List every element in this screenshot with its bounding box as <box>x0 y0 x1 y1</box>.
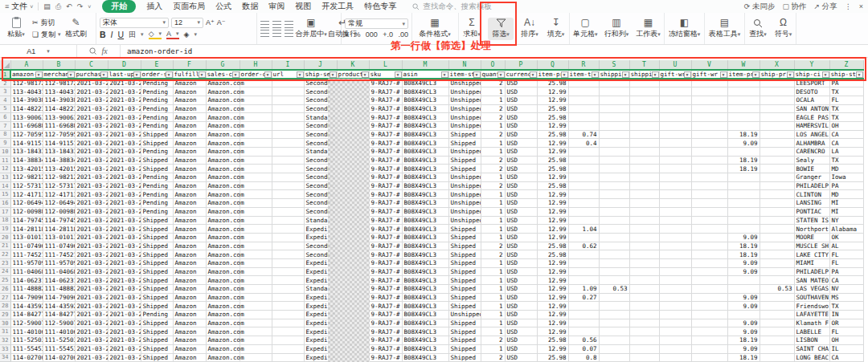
cell-P21[interactable]: USD <box>505 242 537 250</box>
cell-X21[interactable] <box>760 242 794 250</box>
cell-Z27[interactable]: MS <box>829 293 863 302</box>
cell-N18[interactable]: Unshipped <box>448 216 481 225</box>
cell-P11[interactable]: USD <box>505 156 537 165</box>
cell-Y4[interactable]: OCALA <box>794 96 829 104</box>
row-header-25[interactable]: 25 <box>0 276 10 285</box>
cell-A23[interactable]: 111-95709 <box>10 258 43 267</box>
cell-O22[interactable]: 2 <box>481 250 505 259</box>
row-header-22[interactable]: 22 <box>0 250 10 259</box>
cell-S26[interactable]: 0.53 <box>599 285 629 294</box>
cell-B18[interactable]: 114-79745 <box>43 216 75 225</box>
cell-O34[interactable]: 2 <box>481 353 505 362</box>
cell-E18[interactable]: Shipped <box>141 216 173 225</box>
cell-U31[interactable] <box>659 327 691 336</box>
cell-F22[interactable]: Amazon <box>173 250 206 259</box>
cell-H3[interactable] <box>240 87 272 96</box>
cell-F21[interactable]: Amazon <box>173 242 206 250</box>
cell-P29[interactable]: USD <box>505 311 537 319</box>
cell-F3[interactable]: Amazon <box>173 87 206 96</box>
cell-E9[interactable]: Shipped <box>141 139 173 148</box>
cut-button[interactable]: ✂剪切 <box>32 18 61 28</box>
cell-A25[interactable]: 114-06231 <box>10 276 43 285</box>
cell-D31[interactable]: 2021-03-2 <box>108 327 141 336</box>
cell-B24[interactable]: 111-04068 <box>43 267 75 276</box>
cell-C34[interactable]: 2021-03-2 <box>75 353 108 362</box>
cell-U9[interactable] <box>659 139 691 148</box>
cell-L21[interactable]: 9-RAJ7-# <box>369 242 402 250</box>
cell-R4[interactable] <box>568 96 599 104</box>
cell-U21[interactable] <box>659 242 691 250</box>
cell-Z3[interactable]: TX <box>829 87 863 96</box>
cell-H6[interactable] <box>240 113 272 122</box>
cell-E6[interactable]: Pending <box>141 113 173 122</box>
row-header-14[interactable]: 14 <box>0 181 10 190</box>
cell-V34[interactable] <box>691 353 727 362</box>
align-top-icon[interactable] <box>260 21 269 28</box>
cell-L20[interactable]: 9-RAJ7-# <box>369 233 402 242</box>
cell-S7[interactable] <box>599 121 629 130</box>
cell-G18[interactable]: Amazon.com <box>206 216 240 225</box>
cell-B31[interactable]: 111-40106 <box>43 327 75 336</box>
cell-G3[interactable]: Amazon.com <box>206 87 240 96</box>
cell-B34[interactable]: 114-02700 <box>43 353 75 362</box>
cell-T21[interactable] <box>629 242 659 250</box>
merge-center-button[interactable]: ▣ 合并居中▾ <box>297 18 326 39</box>
cell-F32[interactable]: Amazon <box>173 336 206 345</box>
cell-X11[interactable] <box>760 156 794 165</box>
cell-A8[interactable]: 112-70595 <box>10 130 43 139</box>
cell-L7[interactable]: 9-RAJ7-# <box>369 121 402 130</box>
align-right-icon[interactable] <box>285 30 293 37</box>
cell-W31[interactable]: 9.09 <box>727 327 760 336</box>
row-header-24[interactable]: 24 <box>0 267 10 276</box>
currency-format-button[interactable]: ¥ <box>345 31 349 39</box>
cell-N17[interactable]: Unshipped <box>448 207 481 216</box>
cell-H16[interactable] <box>240 199 272 208</box>
cell-V33[interactable] <box>691 344 727 353</box>
cell-R14[interactable] <box>568 181 599 190</box>
tab-review[interactable]: 审阅 <box>268 1 285 12</box>
cell-P33[interactable]: USD <box>505 344 537 353</box>
row-header-26[interactable]: 26 <box>0 285 10 294</box>
cell-R24[interactable] <box>568 267 599 276</box>
cell-L27[interactable]: 9-RAJ7-# <box>369 293 402 302</box>
cell-I19[interactable] <box>272 225 304 234</box>
cell-I6[interactable] <box>272 113 304 122</box>
cell-Q22[interactable]: 25.98 <box>537 250 568 259</box>
cell-Z14[interactable]: PA <box>829 181 863 190</box>
cell-S4[interactable] <box>599 96 629 104</box>
cell-T13[interactable] <box>629 173 659 182</box>
cell-N24[interactable]: Shipped <box>448 267 481 276</box>
cell-G17[interactable]: Amazon.com <box>206 207 240 216</box>
cell-L26[interactable]: 9-RAJ7-# <box>369 285 402 294</box>
cell-A31[interactable]: 111-40106 <box>10 327 43 336</box>
cell-H32[interactable] <box>240 336 272 345</box>
cell-W10[interactable] <box>727 148 760 157</box>
cell-N27[interactable]: Shipped <box>448 293 481 302</box>
cell-R23[interactable] <box>568 258 599 267</box>
cell-D4[interactable]: 2021-03-2 <box>108 96 141 104</box>
cell-R5[interactable] <box>568 104 599 113</box>
cell-O31[interactable]: 1 <box>481 327 505 336</box>
cell-I24[interactable] <box>272 267 304 276</box>
cells-button[interactable]: ▢ 单元格▾ <box>573 18 598 39</box>
cell-N25[interactable]: Shipped <box>448 276 481 285</box>
cell-T15[interactable] <box>629 190 659 199</box>
cell-V18[interactable] <box>691 216 727 225</box>
cell-R29[interactable] <box>568 311 599 319</box>
collaborate-button[interactable]: ▢ 协作 <box>782 2 806 12</box>
cell-H30[interactable] <box>240 319 272 327</box>
tab-page-layout[interactable]: 页面布局 <box>173 1 205 12</box>
cell-M10[interactable]: B08X49CL3 <box>402 148 448 157</box>
cell-E5[interactable]: Pending <box>141 104 173 113</box>
cell-T11[interactable] <box>629 156 659 165</box>
cell-Q5[interactable]: 25.98 <box>537 104 568 113</box>
cell-R25[interactable] <box>568 276 599 285</box>
cell-F19[interactable]: Amazon <box>173 225 206 234</box>
cell-R16[interactable] <box>568 199 599 208</box>
cell-B32[interactable]: 111-52503 <box>43 336 75 345</box>
cell-E23[interactable]: Shipped <box>141 258 173 267</box>
cell-S9[interactable] <box>599 139 629 148</box>
cell-Y22[interactable]: LAKE CITY <box>794 250 829 259</box>
cell-H21[interactable] <box>240 242 272 250</box>
cell-D5[interactable]: 2021-03-2 <box>108 104 141 113</box>
